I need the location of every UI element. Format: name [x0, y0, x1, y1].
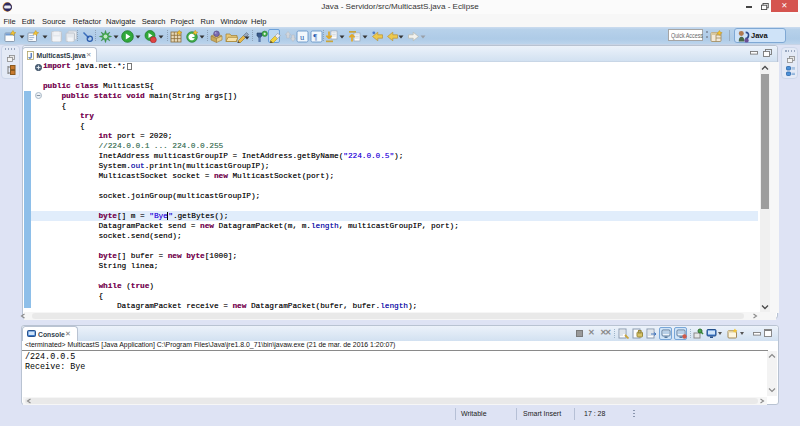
svg-text:¶: ¶ [313, 31, 317, 41]
